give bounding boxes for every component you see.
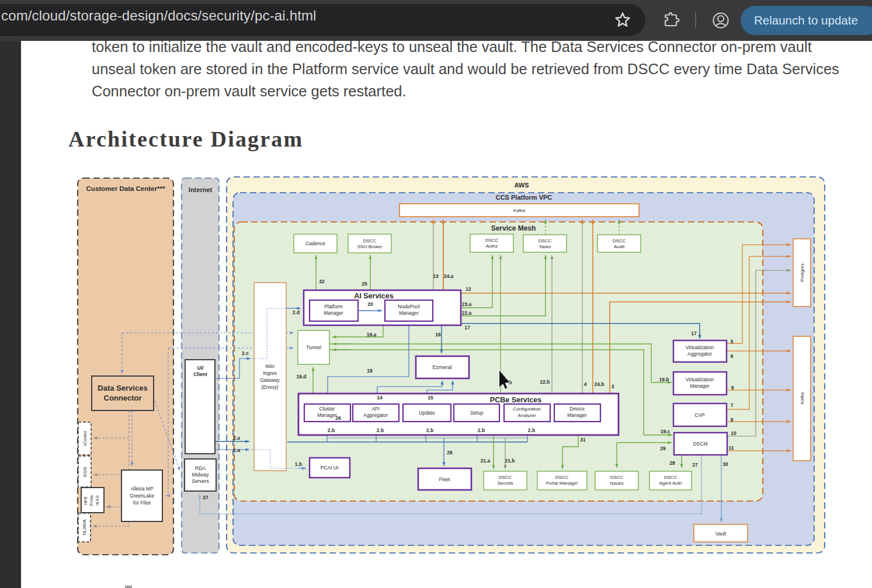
svg-text:24.a: 24.a xyxy=(444,273,454,279)
svg-text:Postgres: Postgres xyxy=(800,263,805,282)
svg-text:2.b: 2.b xyxy=(328,427,335,433)
svg-text:ESXi: ESXi xyxy=(82,467,88,476)
svg-text:31: 31 xyxy=(580,437,586,443)
svg-text:10: 10 xyxy=(731,430,736,436)
svg-text:Service Mesh: Service Mesh xyxy=(491,224,536,232)
svg-text:Portal Manager: Portal Manager xyxy=(546,481,578,486)
svg-text:PCAI UI: PCAI UI xyxy=(321,465,339,471)
svg-text:15: 15 xyxy=(428,395,433,401)
svg-text:11: 11 xyxy=(729,445,734,451)
svg-text:Manager: Manager xyxy=(317,412,337,418)
svg-text:CVP: CVP xyxy=(694,412,705,418)
svg-text:Authz: Authz xyxy=(486,243,498,249)
svg-text:SSO Broker: SSO Broker xyxy=(357,244,383,249)
svg-text:18: 18 xyxy=(367,368,373,374)
svg-text:Aggregator: Aggregator xyxy=(687,351,712,357)
svg-text:Manager: Manager xyxy=(399,310,419,316)
svg-text:Kafka: Kafka xyxy=(513,208,526,213)
svg-text:19.a: 19.a xyxy=(367,332,377,338)
svg-text:2.d: 2.d xyxy=(293,309,300,315)
svg-text:AWS: AWS xyxy=(514,182,529,189)
svg-text:Connector: Connector xyxy=(104,394,142,402)
svg-text:Ezmeral: Ezmeral xyxy=(432,364,451,370)
svg-text:Data Services: Data Services xyxy=(98,384,147,392)
svg-text:DSCM: DSCM xyxy=(693,441,707,447)
svg-text:Virtualization: Virtualization xyxy=(686,345,714,350)
svg-text:DSCC: DSCC xyxy=(664,475,678,480)
svg-text:1.a: 1.a xyxy=(233,447,240,453)
svg-text:2.b: 2.b xyxy=(478,427,485,433)
svg-text:2.a: 2.a xyxy=(233,435,240,441)
svg-text:Alletra MP: Alletra MP xyxy=(130,486,154,492)
svg-text:21.a: 21.a xyxy=(481,458,491,464)
svg-text:Manager: Manager xyxy=(324,310,343,316)
svg-text:23.a: 23.a xyxy=(462,301,472,307)
svg-text:22.b: 22.b xyxy=(540,379,550,385)
svg-text:Internet: Internet xyxy=(189,186,213,193)
svg-text:Manager: Manager xyxy=(567,412,587,418)
svg-text:DSCC: DSCC xyxy=(485,238,499,243)
svg-text:Cluster: Cluster xyxy=(319,406,335,412)
svg-text:AI Services: AI Services xyxy=(354,292,393,300)
svg-text:29: 29 xyxy=(660,446,666,451)
svg-text:Istio: Istio xyxy=(265,363,275,369)
svg-text:16: 16 xyxy=(435,332,441,338)
svg-text:30: 30 xyxy=(722,461,728,467)
svg-text:24.b: 24.b xyxy=(594,381,604,387)
svg-text:6: 6 xyxy=(731,353,734,359)
svg-text:HPE: HPE xyxy=(84,496,88,505)
svg-text:26: 26 xyxy=(447,450,453,455)
svg-text:21.b: 21.b xyxy=(505,458,515,464)
svg-text:vCenter: vCenter xyxy=(82,430,88,446)
svg-text:27: 27 xyxy=(203,495,209,500)
svg-text:API: API xyxy=(371,406,380,412)
svg-text:Kafka: Kafka xyxy=(800,392,805,404)
svg-text:Manager: Manager xyxy=(690,383,710,389)
svg-text:32: 32 xyxy=(319,279,325,284)
svg-text:12: 12 xyxy=(465,286,471,292)
svg-text:8: 8 xyxy=(731,417,734,423)
svg-text:Tasks: Tasks xyxy=(539,244,551,249)
svg-text:2.c: 2.c xyxy=(242,350,249,356)
svg-text:(Envoy): (Envoy) xyxy=(261,384,278,390)
svg-text:Issues: Issues xyxy=(610,481,623,486)
svg-text:Agent Auth: Agent Auth xyxy=(659,481,682,486)
svg-text:28: 28 xyxy=(669,460,675,466)
svg-text:17: 17 xyxy=(464,325,470,330)
svg-text:17: 17 xyxy=(691,330,697,336)
svg-text:Ingres: Ingres xyxy=(263,370,277,376)
svg-text:25: 25 xyxy=(362,281,367,287)
svg-text:Secrets: Secrets xyxy=(497,481,513,486)
svg-text:Prolia: Prolia xyxy=(89,495,93,506)
svg-text:26: 26 xyxy=(335,415,341,421)
svg-text:DSCC: DSCC xyxy=(539,238,552,243)
svg-text:13: 13 xyxy=(433,273,439,279)
svg-text:DSCC: DSCC xyxy=(613,238,626,243)
svg-text:RDA: RDA xyxy=(195,465,206,471)
svg-text:Tunnel: Tunnel xyxy=(306,345,321,350)
svg-text:CCS Platform VPC: CCS Platform VPC xyxy=(496,194,553,201)
svg-text:3: 3 xyxy=(612,384,614,389)
svg-text:14: 14 xyxy=(377,395,383,401)
svg-text:GreenLake: GreenLake xyxy=(130,493,154,499)
svg-text:Configuration: Configuration xyxy=(513,406,541,412)
svg-text:Midway: Midway xyxy=(192,472,210,478)
svg-text:22.a: 22.a xyxy=(462,310,472,316)
svg-text:Analyzer: Analyzer xyxy=(517,413,536,418)
svg-text:DSCC: DSCC xyxy=(555,475,569,480)
svg-text:2.b: 2.b xyxy=(528,427,535,433)
svg-text:Platform: Platform xyxy=(324,304,343,309)
svg-text:Fleet: Fleet xyxy=(439,476,451,482)
svg-text:Client: Client xyxy=(193,371,207,377)
svg-text:Gateway: Gateway xyxy=(260,377,280,383)
svg-text:27: 27 xyxy=(692,462,698,468)
svg-text:2.b: 2.b xyxy=(426,427,433,433)
svg-text:9: 9 xyxy=(731,385,734,391)
svg-text:5: 5 xyxy=(731,339,734,345)
svg-text:DSCC: DSCC xyxy=(363,238,377,243)
svg-text:Audit: Audit xyxy=(614,244,625,249)
svg-text:NodePool: NodePool xyxy=(398,304,419,309)
svg-text:19.b: 19.b xyxy=(659,377,669,382)
svg-text:2.b: 2.b xyxy=(377,427,384,433)
svg-text:19.d: 19.d xyxy=(296,374,306,380)
